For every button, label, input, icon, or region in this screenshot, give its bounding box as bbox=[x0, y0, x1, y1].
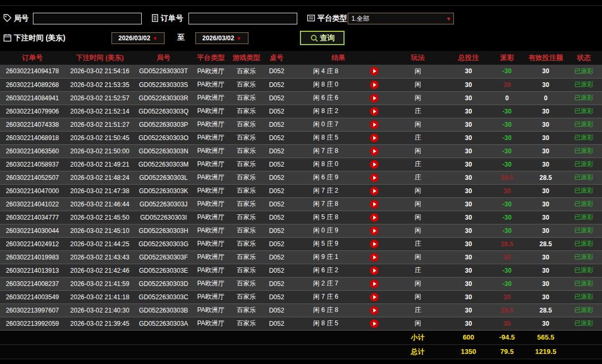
valid-bet-cell: 30 bbox=[526, 264, 566, 277]
round-no-cell: GD0522630303N bbox=[135, 144, 192, 158]
payout-cell: -30 bbox=[488, 277, 526, 290]
payout-cell: -30 bbox=[488, 264, 526, 277]
replay-icon[interactable] bbox=[370, 147, 379, 155]
bet-time-cell: 2026-03-02 21:50:00 bbox=[65, 144, 135, 158]
round-no-cell: GD0522630303L bbox=[135, 171, 192, 184]
order-no-cell: 260302214003549 bbox=[0, 290, 65, 304]
header-round-no: 局号 bbox=[135, 51, 192, 65]
table-no-cell: D052 bbox=[263, 105, 290, 118]
replay-icon[interactable] bbox=[370, 293, 379, 301]
replay-icon[interactable] bbox=[370, 213, 379, 222]
status-cell: 已派彩 bbox=[566, 78, 602, 91]
replay-icon[interactable] bbox=[370, 81, 379, 89]
result-cell: 闲 8 庄 5 bbox=[290, 317, 362, 330]
play-cell: 闲 bbox=[387, 78, 449, 91]
play-cell: 闲 bbox=[387, 211, 449, 224]
date-from-picker[interactable]: 2026/03/02 ▼ bbox=[111, 32, 165, 44]
valid-bet-cell: 30 bbox=[526, 105, 566, 118]
replay-cell bbox=[362, 171, 387, 184]
betting-records-screen: 局号 订单号 平台类型 1.全部 ▼ 下注时间 (美东) 2026/03/02 … bbox=[0, 0, 602, 364]
replay-icon[interactable] bbox=[370, 94, 379, 102]
replay-cell bbox=[362, 158, 387, 171]
replay-icon[interactable] bbox=[370, 200, 379, 209]
total-bet-cell: 30 bbox=[449, 264, 488, 277]
platform-cell: PA欧洲厅 bbox=[192, 78, 229, 91]
bet-time-cell: 2026-03-02 21:43:43 bbox=[65, 250, 135, 264]
table-footer: 小计 600 -94.5 565.5 总计 1350 79.5 1219.5 bbox=[0, 330, 602, 359]
query-button-label: 查询 bbox=[320, 33, 335, 43]
status-cell: 已派彩 bbox=[566, 171, 602, 184]
payout-cell: 28.5 bbox=[488, 171, 526, 184]
replay-icon[interactable] bbox=[370, 160, 379, 169]
platform-cell: PA欧洲厅 bbox=[192, 264, 229, 277]
valid-bet-cell: 30 bbox=[526, 144, 566, 158]
payout-cell: -30 bbox=[488, 158, 526, 171]
game-type-cell: 百家乐 bbox=[229, 290, 263, 304]
bet-time-cell: 2026-03-02 21:42:46 bbox=[65, 264, 135, 277]
replay-icon[interactable] bbox=[370, 306, 379, 315]
payout-cell: -30 bbox=[488, 224, 526, 237]
table-no-cell: D052 bbox=[263, 65, 290, 78]
replay-icon[interactable] bbox=[370, 187, 379, 195]
replay-cell bbox=[362, 304, 387, 317]
platform-type-select[interactable]: 1.全部 ▼ bbox=[348, 13, 454, 24]
total-bet-cell: 30 bbox=[449, 211, 488, 224]
table-no-cell: D052 bbox=[263, 158, 290, 171]
replay-icon[interactable] bbox=[370, 319, 379, 328]
header-result: 结果 bbox=[290, 51, 387, 65]
play-cell: 庄 bbox=[387, 171, 449, 184]
status-cell: 已派彩 bbox=[566, 158, 602, 171]
order-no-cell: 260302214063560 bbox=[0, 144, 65, 158]
replay-icon[interactable] bbox=[370, 253, 379, 262]
result-cell: 闲 0 庄 7 bbox=[290, 118, 362, 131]
replay-icon[interactable] bbox=[370, 134, 379, 142]
table-row: 260302214063560 2026-03-02 21:50:00 GD05… bbox=[0, 144, 602, 158]
valid-bet-cell: 0 bbox=[526, 91, 566, 105]
play-cell: 庄 bbox=[387, 304, 449, 317]
replay-icon[interactable] bbox=[370, 120, 379, 129]
valid-bet-cell: 30 bbox=[526, 290, 566, 304]
table-row: 260302214024912 2026-03-02 21:44:25 GD05… bbox=[0, 237, 602, 250]
platform-cell: PA欧洲厅 bbox=[192, 250, 229, 264]
header-game-type: 游戏类型 bbox=[229, 51, 263, 65]
order-no-cell: 260302214058937 bbox=[0, 158, 65, 171]
replay-icon[interactable] bbox=[370, 227, 379, 235]
table-row: 260302214079906 2026-03-02 21:52:14 GD05… bbox=[0, 105, 602, 118]
replay-cell bbox=[362, 290, 387, 304]
total-bet-cell: 30 bbox=[449, 277, 488, 290]
valid-bet-cell: 30 bbox=[526, 197, 566, 211]
order-no-cell: 260302214068918 bbox=[0, 131, 65, 144]
total-bet-cell: 30 bbox=[449, 144, 488, 158]
payout-cell: 30 bbox=[488, 317, 526, 330]
replay-icon[interactable] bbox=[370, 240, 379, 248]
table-row: 260302214052507 2026-03-02 21:48:24 GD05… bbox=[0, 171, 602, 184]
date-to-picker[interactable]: 2026/03/02 ▼ bbox=[195, 32, 248, 44]
result-cell: 闲 7 庄 2 bbox=[290, 184, 362, 197]
valid-bet-cell: 30 bbox=[526, 184, 566, 197]
query-button[interactable]: 查询 bbox=[300, 31, 345, 45]
payout-cell: -30 bbox=[488, 65, 526, 78]
replay-icon[interactable] bbox=[370, 67, 379, 75]
replay-icon[interactable] bbox=[370, 174, 379, 182]
bet-time-cell: 2026-03-02 21:52:57 bbox=[65, 91, 135, 105]
chevron-down-icon: ▼ bbox=[236, 36, 242, 41]
to-label: 至 bbox=[177, 33, 185, 42]
replay-icon[interactable] bbox=[370, 266, 379, 275]
order-no-cell: 260302214041022 bbox=[0, 197, 65, 211]
result-cell: 闲 7 庄 6 bbox=[290, 290, 362, 304]
round-number-input[interactable] bbox=[33, 13, 142, 24]
header-platform: 平台类型 bbox=[192, 51, 229, 65]
total-status-spacer bbox=[566, 344, 602, 359]
replay-icon[interactable] bbox=[370, 107, 379, 116]
game-type-cell: 百家乐 bbox=[229, 118, 263, 131]
subtotal-payout: -94.5 bbox=[488, 330, 526, 344]
order-number-input[interactable] bbox=[188, 13, 297, 24]
replay-icon[interactable] bbox=[370, 280, 379, 288]
valid-bet-cell: 30 bbox=[526, 131, 566, 144]
table-row: 260302213997607 2026-03-02 21:40:30 GD05… bbox=[0, 304, 602, 317]
result-cell: 闲 5 庄 9 bbox=[290, 237, 362, 250]
valid-bet-cell: 28.5 bbox=[526, 171, 566, 184]
result-cell: 闲 4 庄 8 bbox=[290, 65, 362, 78]
order-no-cell: 260302214052507 bbox=[0, 171, 65, 184]
round-no-cell: GD0522630303P bbox=[135, 118, 192, 131]
